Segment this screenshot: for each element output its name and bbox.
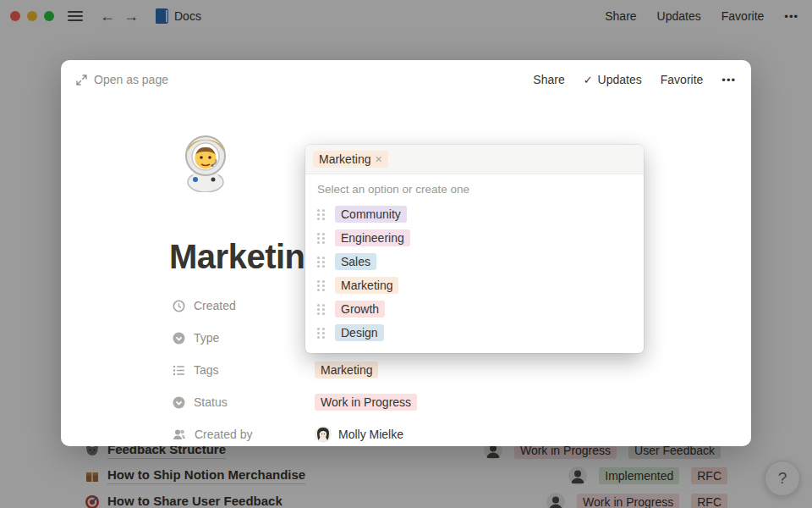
- tag-badge[interactable]: Marketing: [315, 362, 378, 378]
- modal-updates-label: Updates: [598, 73, 642, 86]
- drag-handle-icon[interactable]: [317, 209, 325, 220]
- people-icon: [173, 428, 186, 440]
- open-as-page-label: Open as page: [94, 73, 168, 86]
- selected-tag-label: Marketing: [319, 152, 370, 166]
- expand-icon: [76, 75, 87, 86]
- property-value-created-by[interactable]: Molly Mielke: [315, 424, 403, 444]
- person-name: Molly Mielke: [338, 428, 403, 441]
- tag-badge: Community: [335, 206, 407, 223]
- drag-handle-icon[interactable]: [317, 257, 325, 268]
- drag-handle-icon[interactable]: [317, 233, 325, 244]
- property-value-status[interactable]: Work in Progress: [315, 392, 417, 412]
- drag-handle-icon[interactable]: [317, 280, 325, 291]
- modal-favorite-button[interactable]: Favorite: [661, 73, 704, 86]
- property-row-status: Status Work in Progress: [173, 386, 646, 418]
- modal-share-button[interactable]: Share: [533, 73, 564, 86]
- tag-badge: Marketing: [335, 277, 398, 294]
- property-row-tags: Tags Marketing: [173, 354, 646, 386]
- property-type[interactable]: Type: [173, 331, 315, 345]
- tag-picker-hint: Select an option or create one: [305, 174, 644, 199]
- woman-astronaut-emoji[interactable]: [176, 133, 235, 192]
- modal-updates-button[interactable]: ✓ Updates: [584, 73, 642, 86]
- list-icon: [173, 364, 185, 377]
- avatar-molly: [315, 426, 332, 443]
- tag-badge: Sales: [335, 253, 376, 270]
- property-value-tags[interactable]: Marketing: [315, 360, 378, 380]
- drag-handle-icon[interactable]: [317, 328, 325, 339]
- property-created-by[interactable]: Created by: [173, 428, 315, 441]
- page-title[interactable]: Marketing: [169, 238, 325, 276]
- property-label: Created: [194, 299, 236, 312]
- property-label: Tags: [194, 363, 219, 377]
- tag-option-list: Community Engineering Sales Marketing Gr…: [305, 199, 644, 353]
- property-label: Type: [194, 331, 219, 345]
- property-created[interactable]: Created: [173, 299, 315, 312]
- selected-tag-chip[interactable]: Marketing ×: [313, 151, 388, 168]
- property-tags[interactable]: Tags: [173, 363, 315, 377]
- open-as-page-button[interactable]: Open as page: [76, 73, 168, 86]
- remove-tag-icon[interactable]: ×: [375, 152, 381, 166]
- property-label: Created by: [195, 428, 252, 441]
- select-icon: [173, 332, 185, 345]
- tag-option-community[interactable]: Community: [305, 202, 644, 226]
- property-status[interactable]: Status: [173, 395, 315, 409]
- check-icon: ✓: [584, 74, 593, 86]
- modal-header: Open as page Share ✓ Updates Favorite ••…: [61, 60, 751, 99]
- tag-picker-dropdown: Marketing × Select an option or create o…: [305, 145, 644, 353]
- status-badge[interactable]: Work in Progress: [315, 394, 417, 411]
- select-icon: [173, 396, 185, 409]
- property-row-created-by: Created by Molly Mielke: [173, 418, 646, 450]
- tag-option-marketing[interactable]: Marketing: [305, 273, 644, 297]
- tag-badge: Design: [335, 324, 384, 341]
- tag-badge: Engineering: [335, 229, 410, 246]
- tag-option-sales[interactable]: Sales: [305, 250, 644, 273]
- property-label: Status: [194, 395, 228, 409]
- tag-picker-input[interactable]: Marketing ×: [305, 145, 644, 174]
- tag-option-design[interactable]: Design: [305, 321, 644, 345]
- tag-option-growth[interactable]: Growth: [305, 297, 644, 321]
- clock-icon: [173, 300, 185, 312]
- modal-more-icon[interactable]: •••: [721, 74, 736, 86]
- drag-handle-icon[interactable]: [317, 304, 325, 315]
- tag-badge: Growth: [335, 301, 385, 318]
- tag-option-engineering[interactable]: Engineering: [305, 226, 644, 250]
